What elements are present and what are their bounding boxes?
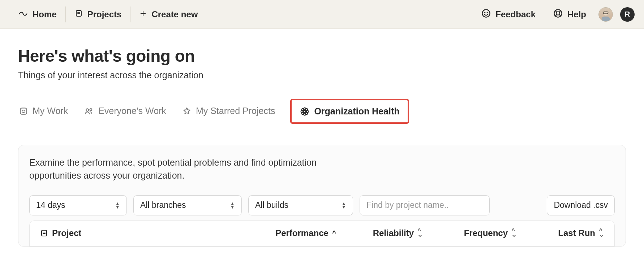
svg-line-10: [555, 10, 557, 12]
col-last-run-label: Last Run: [558, 228, 595, 238]
nav-left: Home Projects Create new: [9, 6, 206, 23]
nav-feedback[interactable]: Feedback: [476, 6, 541, 23]
svg-point-6: [485, 12, 485, 12]
nav-create-label: Create new: [151, 9, 198, 19]
filters-row: 14 days ▲▼ All branches ▲▼ All builds ▲▼…: [29, 195, 615, 215]
svg-point-5: [482, 9, 490, 17]
svg-point-27: [302, 108, 304, 110]
svg-rect-15: [602, 16, 610, 21]
col-last-run[interactable]: Last Run ^⌄: [517, 228, 604, 238]
logo-icon: [18, 8, 28, 21]
col-project-label: Project: [52, 228, 81, 238]
plus-icon: [139, 9, 147, 19]
tabs-row: My Work Everyone's Work My Starred Proje…: [18, 101, 626, 125]
panel-description: Examine the performance, spot potential …: [29, 156, 355, 182]
svg-line-13: [555, 14, 557, 16]
tab-organization-health[interactable]: Organization Health: [290, 99, 409, 124]
tab-my-work[interactable]: My Work: [18, 104, 69, 118]
svg-point-28: [306, 108, 308, 110]
svg-point-14: [603, 10, 608, 15]
user-avatar[interactable]: [598, 7, 613, 22]
nav-create-new[interactable]: Create new: [130, 6, 206, 23]
col-performance[interactable]: Performance ^: [228, 228, 336, 238]
filter-builds-value: All builds: [255, 200, 288, 210]
col-reliability-label: Reliability: [373, 228, 414, 238]
page-title: Here's what's going on: [18, 46, 626, 66]
updown-icon: ▲▼: [115, 202, 120, 208]
org-avatar[interactable]: R: [620, 7, 635, 22]
smiley-square-icon: [19, 106, 28, 116]
projects-table: Project Performance ^ Reliability ^⌄ Fre…: [29, 220, 615, 246]
download-csv-label: Download .csv: [554, 200, 608, 210]
download-csv-button[interactable]: Download .csv: [547, 195, 615, 215]
flower-icon: [300, 106, 310, 117]
lifebuoy-icon: [553, 8, 563, 21]
sort-asc-icon: ^: [332, 229, 336, 237]
col-frequency[interactable]: Frequency ^⌄: [423, 228, 517, 238]
tab-everyones-work[interactable]: Everyone's Work: [83, 104, 167, 118]
col-reliability[interactable]: Reliability ^⌄: [336, 228, 423, 238]
filter-branches[interactable]: All branches ▲▼: [133, 195, 242, 215]
svg-line-12: [559, 10, 561, 12]
svg-point-18: [22, 110, 23, 110]
projects-icon: [74, 9, 83, 20]
filter-time-range[interactable]: 14 days ▲▼: [29, 195, 127, 215]
top-navbar: Home Projects Create new Feedback: [0, 0, 644, 29]
nav-help-label: Help: [567, 9, 586, 19]
nav-projects[interactable]: Projects: [66, 6, 130, 23]
svg-point-7: [487, 12, 488, 12]
nav-right: Feedback Help R: [476, 6, 635, 23]
col-frequency-label: Frequency: [464, 228, 508, 238]
star-icon: [182, 106, 192, 116]
nav-feedback-label: Feedback: [495, 9, 536, 19]
updown-icon: ▲▼: [230, 202, 235, 208]
filter-branches-value: All branches: [140, 200, 186, 210]
svg-point-19: [24, 110, 25, 110]
svg-point-30: [306, 112, 308, 114]
tab-label: Organization Health: [314, 106, 399, 117]
nav-projects-label: Projects: [87, 9, 122, 19]
tab-label: Everyone's Work: [98, 106, 166, 116]
filter-builds[interactable]: All builds ▲▼: [248, 195, 353, 215]
sort-icon: ^⌄: [511, 230, 517, 237]
search-project-input[interactable]: Find by project name..: [360, 195, 490, 215]
smiley-icon: [481, 8, 491, 21]
users-icon: [84, 106, 94, 116]
svg-point-21: [90, 109, 92, 111]
col-performance-label: Performance: [275, 228, 329, 238]
svg-rect-17: [20, 108, 26, 114]
org-avatar-letter: R: [625, 10, 630, 18]
nav-help[interactable]: Help: [548, 6, 591, 23]
filter-time-range-value: 14 days: [36, 200, 65, 210]
nav-home-label: Home: [33, 9, 57, 19]
svg-point-29: [302, 112, 304, 114]
tab-starred-projects[interactable]: My Starred Projects: [181, 104, 276, 118]
svg-point-20: [86, 109, 89, 111]
search-placeholder: Find by project name..: [366, 200, 449, 210]
svg-line-11: [559, 14, 561, 16]
projects-icon: [40, 229, 48, 237]
tab-label: My Starred Projects: [196, 106, 275, 116]
nav-home[interactable]: Home: [9, 6, 65, 23]
sort-icon: ^⌄: [599, 230, 604, 237]
col-project[interactable]: Project: [40, 228, 228, 238]
table-header-row: Project Performance ^ Reliability ^⌄ Fre…: [30, 221, 614, 246]
page-subtitle: Things of your interest across the organ…: [18, 70, 626, 80]
updown-icon: ▲▼: [341, 202, 346, 208]
tab-label: My Work: [33, 106, 68, 116]
org-health-panel: Examine the performance, spot potential …: [18, 145, 626, 247]
svg-point-22: [304, 110, 306, 113]
sort-icon: ^⌄: [417, 230, 423, 237]
